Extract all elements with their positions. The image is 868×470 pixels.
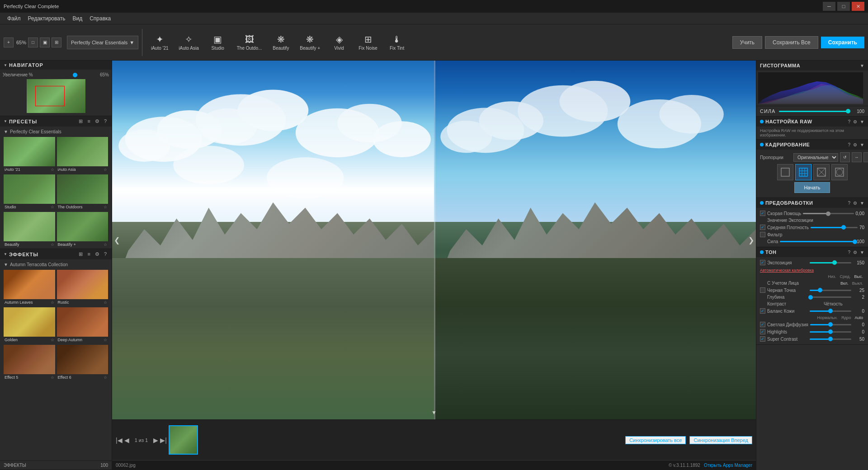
tool-vivid[interactable]: ◈ Vivid [326,32,353,52]
black-point-checkbox[interactable] [760,287,765,293]
skin-adv-btn[interactable]: Ядро [840,315,853,320]
add-button[interactable]: + [4,38,14,47]
effect-item-6[interactable]: Effect 6 ☆ [57,345,108,381]
zoom-slider[interactable] [35,74,98,75]
effects-header[interactable]: ▼ ЭФФЕКТЫ ⊞ ≡ ⚙ ? [0,249,112,259]
save-all-button[interactable]: Сохранить Все [765,36,818,49]
histogram-header[interactable]: ГИСТОГРАММА ▼ [756,61,868,70]
preset-star-beautify-plus[interactable]: ☆ [104,242,107,247]
highlights-checkbox[interactable] [760,329,765,334]
tone-expand-icon[interactable]: ▼ [860,250,864,255]
tool-iauto21[interactable]: ✦ iAuto '21 [146,32,173,52]
tone-header[interactable]: ТОН ? ⚙ ▼ [756,247,868,257]
preset-item-outdoors[interactable]: The Outdoors ☆ [57,174,108,210]
grid-phi-btn[interactable] [831,164,848,180]
effect-star-5[interactable]: ☆ [51,375,54,380]
raw-settings-icon[interactable]: ⚙ [853,119,857,124]
preset-star-beautify[interactable]: ☆ [51,242,54,247]
presets-settings-icon[interactable]: ⚙ [94,118,101,125]
preset-selector[interactable]: Perfectly Clear Essentials ▼ [67,36,138,49]
effect-star-autumn-leaves[interactable]: ☆ [51,300,54,305]
tone-exposure-checkbox[interactable] [760,260,765,265]
crop-help-icon[interactable]: ? [848,142,851,147]
effects-help-icon[interactable]: ? [103,251,108,258]
preset-star-iauto21[interactable]: ☆ [51,167,54,172]
view-mode-3[interactable]: ⊞ [52,38,61,47]
view-mode-2[interactable]: ▣ [40,38,50,47]
tone-help-icon[interactable]: ? [848,250,851,255]
preprocess-help-icon[interactable]: ? [848,201,851,206]
tool-beautify[interactable]: ❋ Beautify [267,32,294,52]
split-arrow-right[interactable]: ❯ [748,236,754,244]
effects-settings-icon[interactable]: ⚙ [94,251,101,258]
tool-iauto-asia[interactable]: ✧ iAuto Asia [175,32,202,52]
effect-item-rustic[interactable]: Rustic ☆ [57,270,108,306]
preprocess-header[interactable]: ПРЕДОБРАБОТКИ ? ⚙ ▼ [756,198,868,208]
auto-calibrate-link[interactable]: Автоматическая калибровка [760,268,814,273]
raw-expand-icon[interactable]: ▼ [860,119,864,124]
raw-header[interactable]: НАСТРОЙКА RAW ? ⚙ ▼ [756,117,868,127]
filmstrip-first-btn[interactable]: |◀ [116,437,123,444]
tool-beautify-plus[interactable]: ❋ Beautify + [296,32,324,52]
grid-diagonal-btn[interactable] [813,164,830,180]
grid-rule-thirds-btn[interactable] [795,164,811,180]
preset-star-iauto-asia[interactable]: ☆ [104,167,107,172]
effect-item-5[interactable]: Effect 5 ☆ [4,345,55,381]
effects-grid-view-icon[interactable]: ⊞ [77,251,84,258]
menu-help[interactable]: Справка [86,14,114,23]
learn-button[interactable]: Учить [732,36,762,49]
histogram-expand-icon[interactable]: ▼ [860,63,864,68]
proportion-select[interactable]: Оригинальные [793,153,838,162]
crop-expand-icon[interactable]: ▼ [860,142,864,147]
menu-file[interactable]: Файл [4,14,24,23]
effect-item-golden[interactable]: Golden ☆ [4,307,55,343]
presets-header[interactable]: ▼ ПРЕСЕТЫ ⊞ ≡ ⚙ ? [0,116,112,127]
split-arrow-left[interactable]: ❮ [114,236,120,244]
effect-star-6[interactable]: ☆ [104,375,107,380]
open-apps-manager-button[interactable]: Открыть Apps Manager [704,463,752,468]
face-on-btn[interactable]: Вкл. [839,281,850,286]
maximize-button[interactable]: □ [837,2,850,11]
effect-item-deep-autumn[interactable]: Deep Autumn ☆ [57,307,108,343]
preset-item-iauto21[interactable]: iAuto '21 ☆ [4,137,55,173]
tool-studio[interactable]: ▣ Studio [204,32,231,52]
minimize-button[interactable]: ─ [823,2,835,11]
filter-checkbox[interactable] [760,232,765,237]
navigator-header[interactable]: ▼ НАВИГАТОР [0,61,112,70]
fast-help-checkbox[interactable] [760,211,765,216]
face-off-btn[interactable]: Выкл. [851,281,864,286]
skin-checkbox[interactable] [760,308,765,314]
crop-rotate-ccw-btn[interactable]: ↺ [840,152,850,162]
density-checkbox[interactable] [760,225,765,230]
effect-star-deep-autumn[interactable]: ☆ [104,338,107,342]
crop-begin-button[interactable]: Начать [794,182,830,193]
diffuse-checkbox[interactable] [760,322,765,327]
filmstrip-last-btn[interactable]: ▶| [160,437,167,444]
preset-star-outdoors[interactable]: ☆ [104,205,107,209]
preset-item-studio[interactable]: Studio ☆ [4,174,55,210]
level-high-btn[interactable]: Выс. [853,274,864,279]
tool-fix-noise[interactable]: ⊞ Fix Noise [354,32,382,52]
presets-list-view-icon[interactable]: ≡ [86,118,91,125]
menu-view[interactable]: Вид [69,14,86,23]
skin-auto-btn[interactable]: Auto [853,315,864,320]
preprocess-expand-icon[interactable]: ▼ [860,201,864,206]
tool-outdoors[interactable]: 🖼 The Outdo... [233,33,266,52]
crop-settings-icon[interactable]: ⚙ [853,142,857,147]
menu-edit[interactable]: Редактировать [24,14,69,23]
raw-help-icon[interactable]: ? [848,119,851,124]
fast-help-slider[interactable] [803,213,854,214]
preset-star-studio[interactable]: ☆ [51,205,54,209]
close-button[interactable]: ✕ [852,2,864,11]
skin-normal-btn[interactable]: Нормальн. [816,315,839,320]
presets-help-icon[interactable]: ? [103,118,108,125]
preprocess-settings-icon[interactable]: ⚙ [853,201,857,206]
level-mid-btn[interactable]: Сред. [838,274,852,279]
filmstrip-thumbnail-1[interactable] [169,425,198,455]
preset-item-iauto-asia[interactable]: iAuto Asia ☆ [57,137,108,173]
split-divider[interactable] [434,61,435,419]
crop-flip-v-btn[interactable]: ↕ [863,152,868,162]
presets-grid-view-icon[interactable]: ⊞ [77,118,84,125]
preset-item-beautify-plus[interactable]: Beautify + ☆ [57,212,108,248]
preset-item-beautify[interactable]: Beautify ☆ [4,212,55,248]
